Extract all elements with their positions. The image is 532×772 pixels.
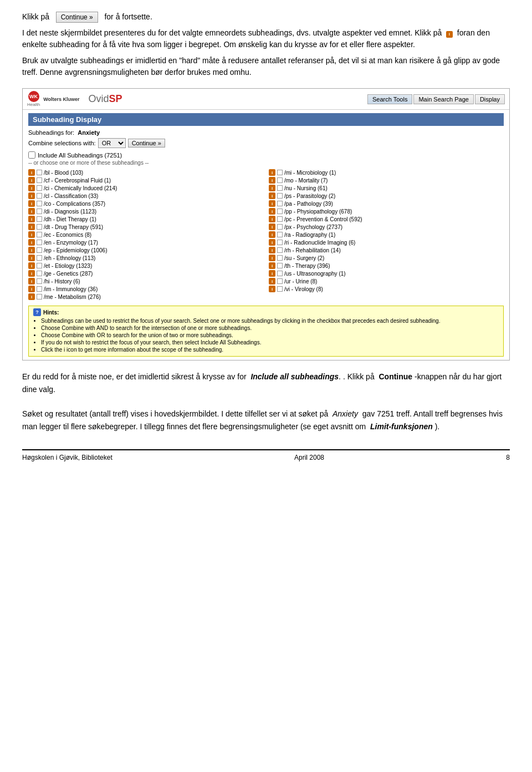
subheading-checkbox[interactable]	[37, 286, 42, 292]
subheading-checkbox[interactable]	[37, 216, 42, 222]
subheading-label: /dh - Diet Therapy (1)	[44, 216, 96, 222]
subheadings-for-label: Subheadings for:	[28, 129, 74, 136]
info-icon[interactable]: i	[28, 239, 35, 246]
subheading-checkbox[interactable]	[37, 224, 42, 230]
info-icon[interactable]: i	[28, 192, 35, 199]
info-icon[interactable]: i	[28, 208, 35, 215]
after-screenshot-section: Er du redd for å miste noe, er det imidl…	[22, 370, 510, 433]
info-icon[interactable]: i	[28, 247, 35, 253]
subheading-checkbox[interactable]	[37, 193, 42, 199]
subheading-checkbox[interactable]	[277, 201, 283, 206]
subheading-checkbox[interactable]	[37, 209, 42, 214]
info-icon[interactable]: i	[269, 270, 275, 277]
subheading-checkbox[interactable]	[277, 255, 283, 261]
hints-list-item: Choose Combine with AND to search for th…	[41, 325, 499, 331]
info-icon[interactable]: i	[269, 216, 275, 222]
subheading-checkbox[interactable]	[277, 247, 283, 253]
subheading-label: /im - Immunology (36)	[44, 286, 98, 292]
info-icon[interactable]: i	[28, 286, 35, 292]
main-search-page-button[interactable]: Main Search Page	[413, 94, 474, 104]
subheading-checkbox[interactable]	[277, 170, 283, 175]
info-icon[interactable]: i	[28, 177, 35, 184]
subheadings-for-value: Anxiety	[78, 129, 100, 136]
info-icon[interactable]: i	[269, 169, 275, 176]
subheading-checkbox[interactable]	[37, 232, 42, 237]
info-icon[interactable]: i	[269, 278, 275, 285]
wk-health-text: Health	[27, 102, 40, 107]
info-icon[interactable]: i	[28, 293, 35, 300]
search-tools-button[interactable]: Search Tools	[367, 94, 412, 104]
subheading-checkbox[interactable]	[37, 255, 42, 261]
subheading-checkbox[interactable]	[277, 209, 283, 214]
subheading-checkbox[interactable]	[277, 224, 283, 230]
subheading-checkbox[interactable]	[277, 278, 283, 284]
hints-icon: ?	[33, 308, 41, 316]
subheading-checkbox[interactable]	[37, 271, 42, 276]
info-icon[interactable]: i	[269, 208, 275, 215]
info-icon[interactable]: i	[28, 169, 35, 176]
include-all-checkbox[interactable]	[28, 151, 35, 159]
subheading-item: i /en - Enzymology (17)	[28, 239, 263, 246]
subheading-checkbox[interactable]	[277, 193, 283, 199]
subheading-checkbox[interactable]	[37, 278, 42, 284]
info-icon[interactable]: i	[28, 262, 35, 269]
info-icon[interactable]: i	[269, 185, 275, 191]
subheading-checkbox[interactable]	[277, 177, 283, 183]
subheading-display-area: Subheading Display Subheadings for: Anxi…	[23, 110, 509, 360]
intro-para1-text2: for å fortsette.	[104, 12, 152, 21]
info-icon[interactable]: i	[269, 231, 275, 238]
footer-right: 8	[506, 454, 510, 461]
subheading-checkbox[interactable]	[277, 263, 283, 268]
subheading-checkbox[interactable]	[37, 185, 42, 191]
info-icon[interactable]: i	[269, 255, 275, 261]
subheading-label: /bl - Blood (103)	[44, 170, 83, 176]
info-icon[interactable]: i	[28, 278, 35, 285]
subheading-checkbox[interactable]	[37, 294, 42, 299]
info-icon[interactable]: i	[28, 224, 35, 230]
info-icon[interactable]: i	[269, 262, 275, 269]
info-icon[interactable]: i	[28, 255, 35, 261]
display-button[interactable]: Display	[475, 94, 505, 104]
info-icon[interactable]: i	[28, 185, 35, 191]
info-icon[interactable]: i	[28, 200, 35, 207]
subheading-item: i /us - Ultrasonography (1)	[269, 270, 504, 277]
intro-para3: Bruk av utvalgte subheadings er imidlert…	[22, 55, 510, 78]
subheading-checkbox[interactable]	[37, 247, 42, 253]
subheading-checkbox[interactable]	[37, 201, 42, 206]
subheading-item: i /ps - Parasitology (2)	[269, 192, 504, 199]
info-icon[interactable]: i	[269, 177, 275, 184]
after-para2-bold-italic: Limit-funksjonen	[370, 422, 433, 431]
subheading-label: /et - Etiology (1323)	[44, 263, 92, 269]
info-icon[interactable]: i	[269, 239, 275, 246]
subheading-checkbox[interactable]	[277, 286, 283, 292]
subheading-checkbox[interactable]	[277, 240, 283, 245]
continue-small-button[interactable]: Continue »	[128, 139, 165, 148]
info-icon[interactable]: i	[269, 247, 275, 253]
subheading-item: i /pa - Pathology (39)	[269, 200, 504, 207]
subheading-checkbox[interactable]	[37, 263, 42, 268]
info-icon[interactable]: i	[269, 286, 275, 292]
subheading-checkbox[interactable]	[277, 216, 283, 222]
subheading-checkbox[interactable]	[37, 177, 42, 183]
info-icon[interactable]: i	[28, 270, 35, 277]
subheading-checkbox[interactable]	[277, 185, 283, 191]
subheading-item: i /ep - Epidemiology (1006)	[28, 247, 263, 253]
info-icon[interactable]: i	[269, 224, 275, 230]
subheading-checkbox[interactable]	[277, 271, 283, 276]
combine-select[interactable]: OR AND	[98, 138, 126, 148]
include-all-label: Include All Subheadings (7251)	[38, 152, 122, 159]
subheading-checkbox[interactable]	[37, 240, 42, 245]
info-icon[interactable]: i	[28, 216, 35, 222]
subheading-item: i /vi - Virology (8)	[269, 286, 504, 292]
info-icon[interactable]: i	[269, 192, 275, 199]
subheading-label: /ri - Radionuclide Imaging (6)	[284, 240, 355, 246]
info-icon-inline: i	[446, 31, 453, 38]
subheading-checkbox[interactable]	[277, 232, 283, 237]
subheading-checkbox[interactable]	[37, 170, 42, 175]
subheading-item: i /px - Psychology (2737)	[269, 224, 504, 230]
subheading-label: /ep - Epidemiology (1006)	[44, 247, 108, 253]
intro-para2-text1: I det neste skjermbildet presenteres du …	[22, 28, 442, 37]
continue-button-inline[interactable]: Continue »	[56, 12, 98, 23]
info-icon[interactable]: i	[269, 200, 275, 207]
info-icon[interactable]: i	[28, 231, 35, 238]
